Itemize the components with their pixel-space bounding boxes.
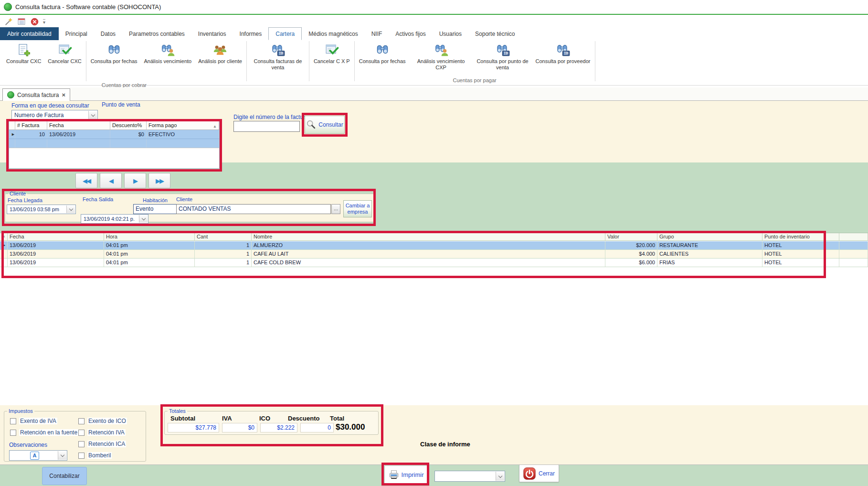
nav-last-button[interactable]: ▶▶ xyxy=(148,173,170,188)
item-row-almuerzo[interactable]: ► 13/06/2019 04:01 pm 1 ALMUERZO $20.000… xyxy=(0,241,868,250)
checkbox-retencion-fuente[interactable]: Retención en la fuente xyxy=(10,429,78,436)
cliente-input[interactable]: CONTADO VENTAS xyxy=(176,204,331,214)
chevron-down-icon[interactable] xyxy=(88,111,97,119)
ribbon-item-consulta-facturas-venta[interactable]: Consulta facturas de venta xyxy=(248,40,308,71)
totales-legend: Totales xyxy=(168,408,187,414)
tab-parametros-contables[interactable]: Parametros contables xyxy=(122,27,191,40)
ribbon-item-analisis-por-cliente[interactable]: Análisis por cliente xyxy=(195,40,245,65)
ribbon-item-cancelar-cxp[interactable]: Cancelar C X P xyxy=(310,40,353,65)
ribbon-item-consulta-punto-venta[interactable]: Consulta por punto de venta xyxy=(473,40,532,71)
col-fecha[interactable]: Fecha xyxy=(8,233,104,240)
imprimir-button[interactable]: Imprimir xyxy=(384,465,427,484)
window-title: Consulta factura - Software contable (SO… xyxy=(15,3,161,11)
text-style-icon: A xyxy=(30,452,39,460)
checkbox-icon[interactable] xyxy=(10,418,16,424)
ribbon-separator xyxy=(595,41,595,81)
toolbar-overflow-icon[interactable]: ▾ xyxy=(43,19,45,24)
ribbon-group-cuentas-por-cobrar: Consultar CXC Cancelar CXC Consulta por … xyxy=(3,40,245,84)
ribbon-item-consulta-por-fechas-cxp[interactable]: Consulta por fechas xyxy=(356,40,409,65)
habitacion-input[interactable]: Evento xyxy=(133,204,177,214)
ribbon-item-cancelar-cxc[interactable]: Cancelar CXC xyxy=(44,40,85,65)
item-row-cafe-cold-brew[interactable]: 13/06/2019 04:01 pm 1 CAFE COLD BREW $6.… xyxy=(0,259,868,267)
binoculars-person-icon xyxy=(434,43,448,57)
tab-cartera[interactable]: Cartera xyxy=(268,27,302,40)
checkbox-icon[interactable] xyxy=(78,430,85,436)
impuestos-legend: Impuestos xyxy=(7,408,34,414)
ribbon-item-consulta-proveedor[interactable]: Consulta por proveedor xyxy=(532,40,594,65)
ribbon-item-consultar-cxc[interactable]: Consultar CXC xyxy=(3,40,44,65)
factura-row-empty[interactable] xyxy=(9,139,219,148)
checkbox-icon[interactable] xyxy=(78,453,85,459)
calendar-icon[interactable] xyxy=(17,17,26,26)
cliente-fieldset: Cliente Fecha Llegada 13/06/2019 03:58 p… xyxy=(5,191,374,222)
forma-consultar-combo[interactable]: Numero de Factura xyxy=(11,110,98,120)
ribbon-item-analisis-vencimiento[interactable]: Análisis vencimiento xyxy=(141,40,195,65)
tab-niif[interactable]: NIIF xyxy=(365,27,389,40)
chevron-down-icon[interactable] xyxy=(139,215,148,223)
col-forma-pago-header[interactable]: Forma pago ▲ xyxy=(147,121,219,130)
checkbox-retencion-iva[interactable]: Retención IVA xyxy=(78,429,126,436)
checkbox-icon[interactable] xyxy=(10,430,16,436)
tab-datos[interactable]: Datos xyxy=(94,27,122,40)
subtotal-label: Subtotal xyxy=(170,415,195,422)
ribbon-group-cuentas-por-pagar: Consulta por fechas Análisis vencimiento… xyxy=(356,40,594,84)
col-grupo[interactable]: Grupo xyxy=(657,233,762,240)
chevron-down-icon[interactable] xyxy=(496,472,504,481)
close-circle-icon[interactable] xyxy=(30,17,39,26)
numero-factura-input[interactable] xyxy=(233,121,300,132)
checkbox-icon[interactable] xyxy=(78,418,85,424)
col-descuento-header[interactable]: Descuento% xyxy=(110,121,147,130)
footer-bar xyxy=(0,464,868,486)
col-fecha-header[interactable]: Fecha xyxy=(47,121,110,130)
record-navigator: ◀◀ ◀ ▶ ▶▶ xyxy=(75,173,170,188)
item-row-cafe-au-lait[interactable]: 13/06/2019 04:01 pm 1 CAFE AU LAIT $4.00… xyxy=(0,250,868,259)
checkbox-icon[interactable] xyxy=(78,441,85,447)
numero-factura-label: Digite el número de la factura xyxy=(233,114,308,120)
contabilizar-button[interactable]: Contabilizar xyxy=(42,467,87,485)
tab-abrir-contabilidad[interactable]: Abrir contabilidad xyxy=(0,27,59,40)
document-tab-strip: Consulta factura × xyxy=(0,87,868,101)
checkbox-bomberil[interactable]: Bomberil xyxy=(78,452,112,459)
checkbox-exento-iva[interactable]: Exento de IVA xyxy=(10,418,57,424)
fecha-salida-combo[interactable]: 13/06/2019 4:02:21 p. xyxy=(81,214,148,224)
wizard-wand-icon[interactable] xyxy=(4,17,13,26)
col-hora[interactable]: Hora xyxy=(104,233,195,240)
ribbon-item-consulta-por-fechas-cxc[interactable]: Consulta por fechas xyxy=(87,40,141,65)
clase-informe-combo[interactable] xyxy=(434,471,505,482)
tab-soporte-tecnico[interactable]: Soporte técnico xyxy=(468,27,521,40)
tab-inventarios[interactable]: Inventarios xyxy=(191,27,233,40)
col-nombre[interactable]: Nombre xyxy=(252,233,605,240)
tab-medios-magneticos[interactable]: Médios magnéticos xyxy=(302,27,364,40)
tab-usuarios[interactable]: Usuarios xyxy=(433,27,468,40)
row-selector-icon: ► xyxy=(0,241,8,249)
checkbox-exento-ico[interactable]: Exento de ICO xyxy=(78,418,127,424)
col-cant[interactable]: Cant xyxy=(195,233,252,240)
tab-informes[interactable]: Informes xyxy=(233,27,269,40)
magnifier-icon xyxy=(306,119,317,130)
app-logo-icon xyxy=(4,3,12,11)
document-tab-consulta-factura[interactable]: Consulta factura × xyxy=(2,88,70,101)
cliente-lookup-button[interactable]: ... xyxy=(331,204,340,214)
observaciones-combo[interactable]: A xyxy=(9,450,67,461)
chevron-down-icon[interactable] xyxy=(58,451,66,460)
close-tab-icon[interactable]: × xyxy=(62,92,65,98)
chevron-down-icon[interactable] xyxy=(66,205,75,213)
cambiar-empresa-button[interactable]: Cambiar a empresa xyxy=(343,200,372,217)
people-group-icon xyxy=(213,43,227,57)
nav-next-button[interactable]: ▶ xyxy=(124,173,146,188)
col-punto-inventario[interactable]: Punto de inventario xyxy=(762,233,839,240)
factura-row[interactable]: ► 10 13/06/2019 $0 EFECTIVO xyxy=(9,130,219,139)
nav-first-button[interactable]: ◀◀ xyxy=(75,173,97,188)
consultar-button[interactable]: Consultar xyxy=(305,116,345,134)
binoculars-id-icon xyxy=(496,43,510,57)
tab-activos-fijos[interactable]: Activos fijos xyxy=(389,27,432,40)
nav-previous-button[interactable]: ◀ xyxy=(100,173,122,188)
tab-principal[interactable]: Principal xyxy=(59,27,94,40)
fecha-llegada-combo[interactable]: 13/06/2019 03:58 pm xyxy=(7,205,76,214)
cerrar-button[interactable]: Cerrar xyxy=(519,464,559,482)
descuento-value: 0 xyxy=(300,423,334,432)
col-valor[interactable]: Valor xyxy=(605,233,657,240)
checkbox-retencion-ica[interactable]: Retención ICA xyxy=(78,441,126,447)
col-factura-header[interactable]: # Factura xyxy=(15,121,47,130)
ribbon-item-analisis-vencimiento-cxp[interactable]: Análisis vencimiento CXP xyxy=(409,40,473,71)
